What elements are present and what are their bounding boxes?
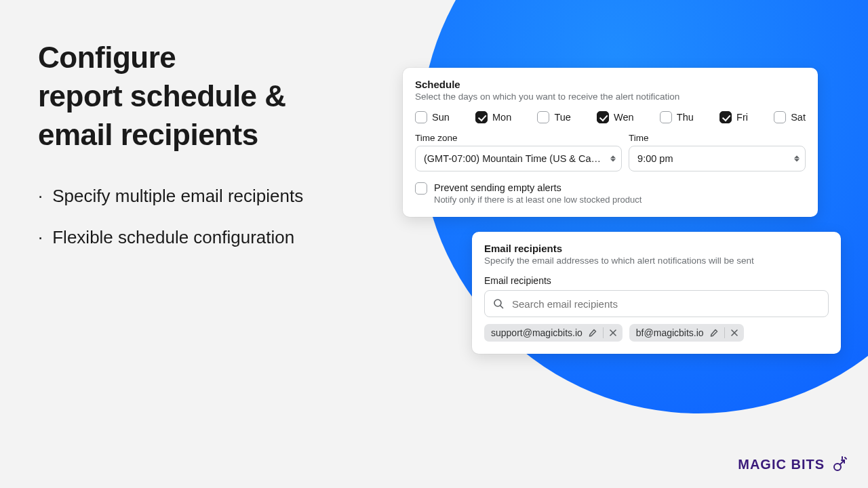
day-checkbox[interactable] xyxy=(475,111,488,123)
bullet-text: Flexible schedule configuration xyxy=(52,227,294,247)
chip-divider xyxy=(603,327,604,338)
headline-line: Configure xyxy=(38,41,176,74)
chip-divider xyxy=(724,327,725,338)
time-select[interactable]: 9:00 pm xyxy=(629,146,806,171)
day-option-fri[interactable]: Fri xyxy=(719,111,748,123)
headline-line: email recipients xyxy=(38,118,258,151)
svg-line-1 xyxy=(500,306,503,308)
time-label: Time xyxy=(629,133,806,143)
bullet-text: Specify multiple email recipients xyxy=(52,186,303,206)
search-icon xyxy=(493,298,504,309)
remove-icon[interactable] xyxy=(730,329,738,337)
select-stepper-icon xyxy=(610,156,616,162)
day-checkbox[interactable] xyxy=(774,111,786,123)
brand-name: MAGIC BITS xyxy=(738,457,825,472)
brand-logo: MAGIC BITS xyxy=(738,455,848,473)
day-option-sun[interactable]: Sun xyxy=(415,111,450,123)
recipients-title: Email recipients xyxy=(484,243,829,254)
recipient-email: bf@magicbits.io xyxy=(636,327,704,338)
day-checkbox[interactable] xyxy=(537,111,549,123)
day-label: Sun xyxy=(432,112,450,123)
schedule-card: Schedule Select the days on which you wa… xyxy=(403,68,818,217)
schedule-subtitle: Select the days on which you want to rec… xyxy=(415,92,806,102)
recipient-chip: support@magicbits.io xyxy=(484,324,623,342)
recipients-subtitle: Specify the email addresses to which ale… xyxy=(484,256,829,266)
recipients-card: Email recipients Specify the email addre… xyxy=(472,232,841,354)
day-option-wen[interactable]: Wen xyxy=(597,111,634,123)
prevent-empty-help: Notify only if there is at least one low… xyxy=(434,195,642,205)
prevent-empty-checkbox[interactable] xyxy=(415,182,427,195)
bullet-item: · Specify multiple email recipients xyxy=(38,184,391,208)
day-checkbox[interactable] xyxy=(597,111,609,123)
day-option-thu[interactable]: Thu xyxy=(660,111,694,123)
hero-copy: Configure report schedule & email recipi… xyxy=(38,38,391,267)
recipient-email: support@magicbits.io xyxy=(491,327,583,338)
day-label: Mon xyxy=(492,112,511,123)
day-checkbox[interactable] xyxy=(415,111,427,123)
day-option-sat[interactable]: Sat xyxy=(774,111,806,123)
day-option-tue[interactable]: Tue xyxy=(537,111,570,123)
day-label: Thu xyxy=(677,112,694,123)
edit-icon[interactable] xyxy=(709,328,719,338)
day-selector-row: SunMonTueWenThuFriSat xyxy=(415,111,806,123)
recipients-search-input[interactable] xyxy=(511,298,820,310)
timezone-value: (GMT-07:00) Mountain Time (US & Ca… xyxy=(424,153,601,164)
day-label: Wen xyxy=(614,112,634,123)
schedule-title: Schedule xyxy=(415,79,806,90)
edit-icon[interactable] xyxy=(588,328,597,338)
page-title: Configure report schedule & email recipi… xyxy=(38,38,391,155)
select-stepper-icon xyxy=(794,156,800,162)
headline-line: report schedule & xyxy=(38,79,286,113)
time-value: 9:00 pm xyxy=(637,153,673,164)
day-checkbox[interactable] xyxy=(719,111,732,123)
timezone-label: Time zone xyxy=(415,133,622,143)
day-checkbox[interactable] xyxy=(660,111,672,123)
sparkle-icon xyxy=(830,455,848,473)
recipient-chips: support@magicbits.iobf@magicbits.io xyxy=(484,324,829,342)
recipients-field-label: Email recipients xyxy=(484,275,829,286)
recipient-chip: bf@magicbits.io xyxy=(629,324,744,342)
timezone-select[interactable]: (GMT-07:00) Mountain Time (US & Ca… xyxy=(415,146,622,171)
recipients-search[interactable] xyxy=(484,290,829,317)
remove-icon[interactable] xyxy=(609,329,617,337)
day-label: Tue xyxy=(554,112,570,123)
bullet-item: · Flexible schedule configuration xyxy=(38,226,391,249)
day-label: Sat xyxy=(791,112,806,123)
day-option-mon[interactable]: Mon xyxy=(475,111,511,123)
day-label: Fri xyxy=(736,112,748,123)
svg-line-11 xyxy=(845,458,846,459)
prevent-empty-label: Prevent sending empty alerts xyxy=(434,182,642,193)
